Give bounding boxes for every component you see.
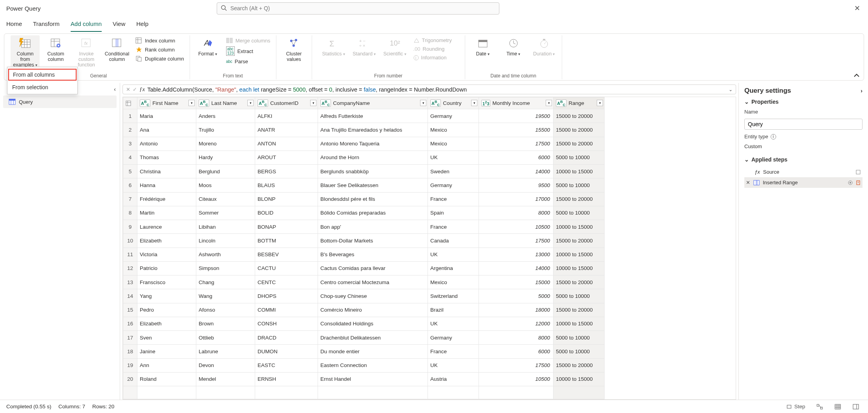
format-button[interactable]: A Format <box>193 35 222 58</box>
table-row[interactable]: 5ChristinaBerglundBERGSBerglunds snabbkö… <box>123 165 605 178</box>
cell-monthly-income[interactable]: 8000 <box>479 206 554 220</box>
cell-last-name[interactable]: Labrune <box>196 345 255 358</box>
cell-first-name[interactable]: Elizabeth <box>137 234 196 248</box>
custom-column-button[interactable]: Custom column <box>41 35 70 64</box>
cell-range[interactable]: 15000 to 20000 <box>554 192 605 206</box>
cell-first-name[interactable]: Patricio <box>137 261 196 275</box>
cell-country[interactable]: Brazil <box>428 303 479 317</box>
cancel-formula-icon[interactable]: ✕ <box>126 86 130 92</box>
expand-settings-button[interactable]: › <box>861 88 863 94</box>
cell-customer-id[interactable]: BLONP <box>255 192 318 206</box>
col-last-name[interactable]: ABCLast Name▾ <box>196 97 255 109</box>
cell-range[interactable]: 10000 to 15000 <box>554 372 605 386</box>
cell-range[interactable]: 15000 to 20000 <box>554 303 605 317</box>
formula-text[interactable]: Table.AddColumn(Source, "Range", each le… <box>147 86 467 93</box>
cell-last-name[interactable]: Sommer <box>196 206 255 220</box>
conditional-column-button[interactable]: Conditional column <box>102 35 132 64</box>
cell-last-name[interactable]: Citeaux <box>196 192 255 206</box>
applied-steps-toggle[interactable]: ⌄Applied steps <box>744 156 863 163</box>
cell-company-name[interactable]: Antonio Moreno Taqueria <box>318 137 428 151</box>
cell-company-name[interactable]: Around the Horn <box>318 151 428 164</box>
row-number[interactable]: 7 <box>123 192 137 206</box>
warning-icon[interactable] <box>855 180 861 185</box>
ribbon-collapse-button[interactable] <box>853 73 860 78</box>
cell-company-name[interactable]: Alfreds Futterkiste <box>318 109 428 123</box>
cell-customer-id[interactable]: DRACD <box>255 331 318 345</box>
table-row[interactable]: 9LaurenceLibihanBONAPBon app'France10500… <box>123 220 605 234</box>
cell-country[interactable]: UK <box>428 151 479 164</box>
table-row[interactable]: 12PatricioSimpsonCACTUCactus Comidas par… <box>123 261 605 275</box>
cell-range[interactable]: 15000 to 20000 <box>554 234 605 248</box>
table-row[interactable]: 19AnnDevonEASTCEastern ConnectionUK17500… <box>123 358 605 372</box>
col-company-name[interactable]: ABCCompanyName▾ <box>318 97 428 109</box>
index-column-button[interactable]: Index column <box>133 36 186 45</box>
cell-monthly-income[interactable]: 8000 <box>479 331 554 345</box>
step-source[interactable]: ƒx Source <box>744 167 863 177</box>
cell-company-name[interactable]: Eastern Connection <box>318 358 428 372</box>
cell-company-name[interactable]: Du monde entier <box>318 345 428 358</box>
cell-country[interactable]: Canada <box>428 234 479 248</box>
gear-icon[interactable] <box>848 180 853 185</box>
cell-company-name[interactable]: B's Beverages <box>318 248 428 261</box>
row-number[interactable]: 19 <box>123 358 137 372</box>
cell-monthly-income[interactable]: 14000 <box>479 261 554 275</box>
cell-customer-id[interactable]: BOTTM <box>255 234 318 248</box>
cell-monthly-income[interactable]: 10500 <box>479 372 554 386</box>
side-panel-icon[interactable] <box>850 402 862 411</box>
duplicate-column-button[interactable]: Duplicate column <box>133 54 186 63</box>
row-number[interactable]: 5 <box>123 165 137 178</box>
cell-last-name[interactable]: Devon <box>196 358 255 372</box>
table-row[interactable]: 7FrédériqueCiteauxBLONPBlondesddsl pére … <box>123 192 605 206</box>
cell-country[interactable]: Germany <box>428 331 479 345</box>
cell-country[interactable]: UK <box>428 248 479 261</box>
cell-monthly-income[interactable]: 18000 <box>479 303 554 317</box>
from-selection-item[interactable]: From selection <box>7 81 77 93</box>
cell-last-name[interactable]: Ottlieb <box>196 331 255 345</box>
row-number[interactable]: 8 <box>123 206 137 220</box>
row-number[interactable]: 2 <box>123 123 137 137</box>
cell-country[interactable]: Mexico <box>428 137 479 151</box>
cell-company-name[interactable]: Ernst Handel <box>318 372 428 386</box>
cell-customer-id[interactable]: BERGS <box>255 165 318 178</box>
cell-monthly-income[interactable]: 13000 <box>479 248 554 261</box>
cell-monthly-income[interactable]: 12000 <box>479 317 554 330</box>
cell-monthly-income[interactable]: 5000 <box>479 289 554 303</box>
cell-range[interactable]: 10000 to 15000 <box>554 317 605 330</box>
cell-first-name[interactable]: Christina <box>137 165 196 178</box>
cell-range[interactable]: 5000 to 10000 <box>554 178 605 192</box>
table-row[interactable]: 15PedroAfonsoCOMMIComércio MineiroBrazil… <box>123 303 605 317</box>
cell-monthly-income[interactable]: 6000 <box>479 151 554 164</box>
cell-range[interactable]: 5000 to 10000 <box>554 289 605 303</box>
cell-last-name[interactable]: Mendel <box>196 372 255 386</box>
cell-range[interactable]: 10000 to 15000 <box>554 165 605 178</box>
query-name-input[interactable] <box>744 119 863 130</box>
row-number[interactable]: 16 <box>123 317 137 330</box>
table-row[interactable]: 3AntonioMorenoANTONAntonio Moreno Taquer… <box>123 137 605 151</box>
cell-last-name[interactable]: Ashworth <box>196 248 255 261</box>
table-row[interactable]: 4ThomasHardyAROUTAround the HornUK600050… <box>123 151 605 164</box>
cell-range[interactable]: 15000 to 20000 <box>554 137 605 151</box>
parse-button[interactable]: abcParse <box>224 57 273 66</box>
cell-customer-id[interactable]: BONAP <box>255 220 318 234</box>
row-number[interactable]: 20 <box>123 372 137 386</box>
cell-range[interactable]: 5000 to 10000 <box>554 151 605 164</box>
row-number[interactable]: 18 <box>123 345 137 358</box>
data-grid[interactable]: ABCFirst Name▾ ABCLast Name▾ ABCCustomer… <box>123 97 605 399</box>
properties-section-toggle[interactable]: ⌄Properties <box>744 99 863 105</box>
cell-first-name[interactable]: Antonio <box>137 137 196 151</box>
col-customer-id[interactable]: ABCCustomerID▾ <box>255 97 318 109</box>
table-row[interactable]: 11VictoriaAshworthBESBEVB's BeveragesUK1… <box>123 248 605 261</box>
cell-company-name[interactable]: Centro comercial Moctezuma <box>318 275 428 289</box>
cell-last-name[interactable]: Simpson <box>196 261 255 275</box>
cell-range[interactable]: 5000 to 10000 <box>554 345 605 358</box>
cell-last-name[interactable]: Libihan <box>196 220 255 234</box>
cell-country[interactable]: UK <box>428 317 479 330</box>
table-row[interactable]: 18JanineLabruneDUMONDu monde entierFranc… <box>123 345 605 358</box>
tab-transform[interactable]: Transform <box>33 18 60 32</box>
cell-monthly-income[interactable]: 17000 <box>479 192 554 206</box>
cell-monthly-income[interactable]: 19500 <box>479 109 554 123</box>
row-number[interactable]: 10 <box>123 234 137 248</box>
table-row[interactable]: 16ElizabethBrownCONSHConsolidated Holdin… <box>123 317 605 330</box>
cell-last-name[interactable]: Wang <box>196 289 255 303</box>
cell-company-name[interactable]: Consolidated Holdings <box>318 317 428 330</box>
